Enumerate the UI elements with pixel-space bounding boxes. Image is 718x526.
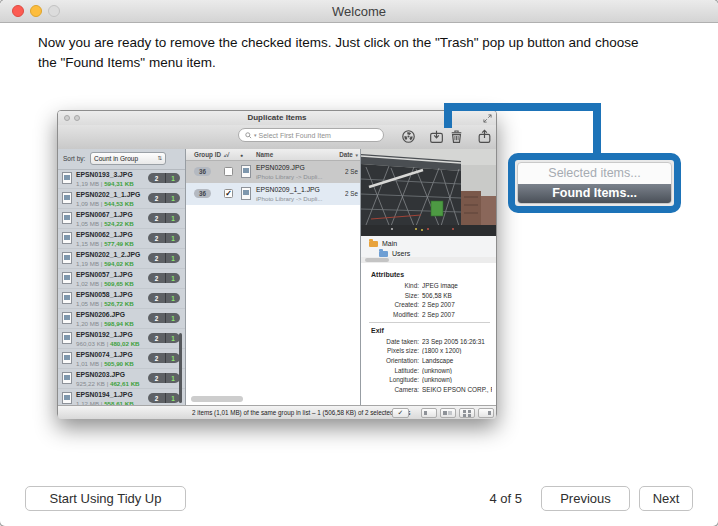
table-row: 36 EPSN0209.JPG iPhoto Library -> Dupli.… [186,161,360,183]
group-id-badge: 36 [194,167,211,176]
previous-button[interactable]: Previous [541,486,630,511]
view-grid-icon [459,408,475,418]
column-name: Name [256,151,273,158]
table-horizontal-scrollbar [191,396,243,402]
sidebar-scrollbar [179,333,182,403]
menu-item-selected-items: Selected items... [518,163,671,184]
file-thumbnail-icon [62,212,72,224]
count-badge: 21 [148,233,180,243]
file-thumbnail-icon [62,252,72,264]
sidebar-file-item: EPSN0202_1_1.JPG1,09 MB | 544,53 KB21 [58,189,185,209]
page-title: Welcome [0,4,718,19]
burn-icon [400,128,417,145]
row-checkbox-unchecked [224,167,233,176]
start-using-tidy-up-button[interactable]: Start Using Tidy Up [25,486,186,511]
sidebar-file-item: EPSN0074_1.JPG1,01 MB | 505,90 KB21 [58,349,185,369]
duplicates-sidebar: Sort by: Count in Group ⇅ EPSN0193_3.JPG… [58,149,186,405]
inspector-panel: Main Users Attributes Kind:JPEG image Si… [361,149,496,405]
sidebar-file-item: EPSN0062_1.JPG1,15 MB | 577,49 KB21 [58,229,185,249]
exif-heading: Exif [371,327,492,334]
file-thumbnail-icon [62,312,72,324]
duplicate-items-screenshot: Duplicate Items ▾ Select First Found Ite… [57,110,497,418]
file-thumbnail-icon [62,232,72,244]
page-indicator: 4 of 5 [480,491,522,506]
sidebar-file-list: EPSN0193_3.JPG1,19 MB | 594,31 KB21 EPSN… [58,169,185,405]
mini-content: Sort by: Count in Group ⇅ EPSN0193_3.JPG… [58,149,496,405]
next-button[interactable]: Next [639,486,693,511]
count-badge: 21 [148,193,180,203]
sidebar-file-item: EPSN0202_1_2.JPG1,19 MB | 594,02 KB21 [58,249,185,269]
welcome-window: Welcome Now you are ready to remove the … [0,0,718,526]
search-field: ▾ Select First Found Item [238,128,384,142]
file-thumbnail-icon [62,172,72,184]
sidebar-file-item: EPSN0067_1.JPG1,05 MB | 524,22 KB21 [58,209,185,229]
sort-dropdown: Count in Group ⇅ [90,152,166,165]
photo-preview [361,149,496,236]
popup-arrows-icon: ⇅ [157,153,162,164]
trash-popup-menu: Selected items... Found Items... [517,162,672,204]
divider [369,322,490,323]
instruction-line-2: the "Found Items" menu item. [38,53,698,73]
move-to-folder-icon [428,128,445,145]
menu-item-found-items: Found Items... [518,184,671,203]
mini-window-title: Duplicate Items [58,113,496,122]
window-titlebar: Welcome [0,0,718,23]
count-badge: 21 [148,353,180,363]
column-label-dot: ● [240,152,243,158]
view-inspector-icon [478,408,494,418]
attributes-pane: Attributes Kind:JPEG image Size:506,58 K… [361,263,496,405]
column-checked: √ [226,151,229,158]
file-thumbnail-icon [62,292,72,304]
file-thumbnail-icon [241,165,251,178]
fullscreen-icon [483,114,492,123]
count-badge: 21 [148,273,180,283]
sidebar-file-item: EPSN0193_3.JPG1,19 MB | 594,31 KB21 [58,169,185,189]
sort-desc-icon: ▼ [355,153,359,158]
file-thumbnail-icon [62,332,72,344]
column-date: Date ▼ [339,151,359,158]
file-thumbnail-icon [62,372,72,384]
count-badge: 21 [148,293,180,303]
mini-toolbar: ▾ Select First Found Item [58,125,496,150]
file-thumbnail-icon [241,187,251,200]
count-badge: 21 [148,373,180,383]
file-thumbnail-icon [62,192,72,204]
folder-icon [379,251,388,257]
count-badge: 21 [148,313,180,323]
callout-line-to-menu [593,103,601,155]
count-badge: 21 [148,393,180,403]
folder-icon [369,241,378,247]
search-placeholder: Select First Found Item [259,129,331,142]
instruction-text: Now you are ready to remove the checked … [38,33,698,73]
table-header: Group ID ▲ √ ● Name Date ▼ [186,149,360,161]
column-group-id: Group ID ▲ [194,151,227,158]
checkmark-button: ✓ [392,408,409,418]
row-checkbox-checked: ✓ [224,189,233,198]
sidebar-file-item: EPSN0058_1.JPG1,05 MB | 526,72 KB21 [58,289,185,309]
sidebar-file-item: EPSN0192_1.JPG960,03 KB | 480,02 KB21 [58,329,185,349]
file-thumbnail-icon [62,352,72,364]
count-badge: 21 [148,253,180,263]
sort-row: Sort by: Count in Group ⇅ [58,149,185,170]
status-text: 2 items (1,01 MB) of the same group in l… [192,409,410,416]
callout-line-top [444,103,601,111]
instruction-line-1: Now you are ready to remove the checked … [38,33,698,53]
group-id-badge: 36 [194,189,211,198]
attributes-heading: Attributes [371,271,492,278]
sidebar-file-item: EPSN0203.JPG925,22 KB | 462,61 KB21 [58,369,185,389]
mini-titlebar: Duplicate Items [58,111,496,125]
tree-item-main: Main [369,240,397,247]
sort-by-label: Sort by: [63,155,85,162]
view-split-pane-icon [440,408,456,418]
file-thumbnail-icon [62,272,72,284]
share-icon [476,128,493,145]
file-thumbnail-icon [62,392,72,404]
search-icon [245,132,252,139]
sidebar-file-item: EPSN0194_1.JPG1,12 MB | 558,61 KB21 [58,389,185,405]
view-single-pane-icon [421,408,437,418]
mini-status-bar: 2 items (1,01 MB) of the same group in l… [58,405,496,419]
count-badge: 21 [148,213,180,223]
sidebar-file-item: EPSN0057_1.JPG1,02 MB | 509,65 KB21 [58,269,185,289]
count-badge: 21 [148,333,180,343]
callout-highlight-box: Selected items... Found Items... [508,153,681,213]
